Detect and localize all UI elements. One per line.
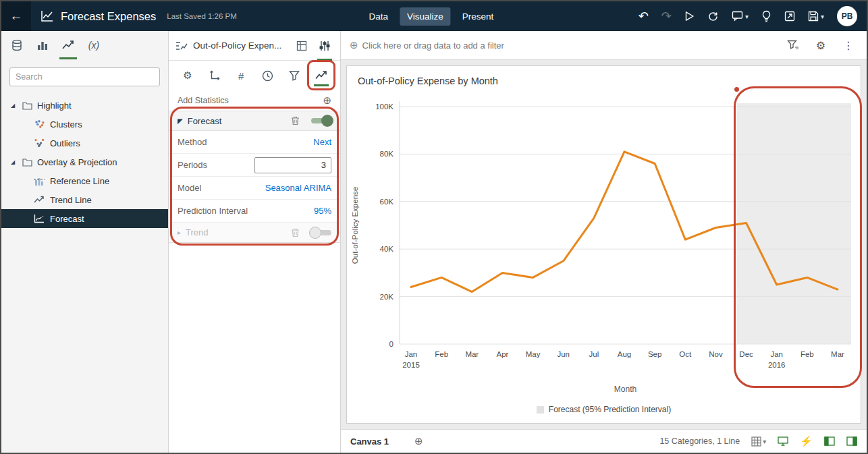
expand-icon[interactable]: ◢ [11, 159, 18, 165]
svg-text:Mar: Mar [465, 350, 479, 358]
tree-item-outliers[interactable]: Outliers [1, 134, 168, 152]
svg-text:20K: 20K [380, 293, 394, 301]
insights-icon[interactable] [761, 10, 771, 22]
toggle-knob [309, 227, 321, 239]
panel-left-toggle-icon[interactable] [824, 436, 835, 446]
filter-settings-icon[interactable] [787, 40, 798, 51]
svg-text:Jan: Jan [770, 350, 783, 358]
toggle-knob [321, 115, 333, 127]
preview-icon[interactable] [684, 11, 695, 22]
back-icon: ← [10, 9, 23, 24]
tab-data[interactable]: Data [361, 7, 396, 26]
auto-apply-icon[interactable]: ⚡ [800, 435, 813, 447]
add-canvas-button[interactable]: ⊕ [414, 435, 423, 447]
forecast-settings-block: ◤ Forecast Method Next Periods Model [169, 111, 340, 243]
svg-text:Apr: Apr [496, 350, 508, 358]
tab-visualize[interactable]: Visualize [400, 7, 451, 26]
tree-label: Overlay & Projection [37, 157, 117, 167]
svg-text:May: May [526, 350, 541, 358]
tree-label: Clusters [50, 119, 82, 130]
variables-tab[interactable]: (x) [81, 31, 107, 59]
collapse-icon[interactable]: ◤ [178, 117, 183, 125]
settings-panel-icon[interactable] [316, 31, 333, 61]
reference-line-icon [34, 176, 45, 186]
tree-label: Forecast [50, 214, 84, 224]
redo-icon[interactable]: ↷ [661, 10, 672, 22]
add-statistics-button[interactable]: ⊕ [323, 94, 331, 107]
axis-tab[interactable] [205, 63, 224, 88]
tree-item-reference-line[interactable]: Reference Line [1, 171, 168, 190]
periods-row: Periods [169, 154, 340, 177]
footer-actions: 15 Categories, 1 Line ▾ ⚡ [659, 435, 857, 447]
tree-item-clusters[interactable]: Clusters [1, 115, 168, 134]
legend-swatch [537, 406, 544, 414]
prediction-interval-value[interactable]: 95% [314, 206, 331, 216]
trend-stat-icon [315, 70, 328, 81]
general-settings-tab[interactable]: ⚙ [178, 63, 197, 88]
svg-text:Mar: Mar [831, 350, 844, 358]
model-row: Model Seasonal ARIMA [169, 177, 340, 200]
svg-text:80K: 80K [380, 150, 394, 158]
expand-icon[interactable]: ◢ [11, 103, 18, 109]
export-icon[interactable] [784, 11, 795, 22]
avatar[interactable]: PB [837, 6, 857, 26]
analytics-tree: ◢ Highlight Clusters Outliers [1, 96, 168, 228]
trend-toggle[interactable] [311, 230, 331, 235]
delete-trend-icon[interactable] [291, 228, 300, 237]
tab-present[interactable]: Present [455, 7, 501, 26]
filter-menu-icon[interactable]: ⋮ [843, 39, 854, 52]
add-statistics-row: Add Statistics ⊕ [169, 90, 340, 111]
date-time-tab[interactable] [259, 63, 277, 88]
undo-icon[interactable]: ↶ [639, 10, 649, 22]
panel-right-toggle-icon[interactable] [846, 436, 857, 446]
analytics-statistics-tab[interactable] [312, 63, 331, 88]
values-tab[interactable]: # [232, 63, 250, 88]
analytics-tab[interactable] [55, 31, 81, 59]
funnel-icon [289, 70, 300, 81]
tree-item-forecast[interactable]: Forecast [1, 209, 168, 228]
touch-display-icon[interactable] [778, 436, 788, 446]
method-value[interactable]: Next [313, 137, 331, 147]
canvas-layout-control[interactable]: ▾ [751, 436, 766, 447]
refresh-data-icon[interactable] [707, 11, 719, 22]
search-container [1, 59, 168, 93]
pinned-filters-icon[interactable]: ⚙ [816, 39, 825, 52]
comment-control[interactable]: ▾ [732, 11, 749, 22]
periods-input[interactable] [254, 157, 331, 173]
delete-forecast-icon[interactable] [291, 116, 300, 125]
prediction-interval-label: Prediction Interval [178, 206, 248, 216]
last-saved-label: Last Saved 1:26 PM [167, 12, 237, 20]
back-button[interactable]: ← [1, 1, 31, 31]
svg-text:2016: 2016 [768, 361, 786, 369]
svg-text:2015: 2015 [402, 361, 420, 369]
data-elements-tab[interactable] [4, 31, 30, 59]
header: ← Forecast Expenses Last Saved 1:26 PM D… [1, 1, 867, 31]
collapse-icon[interactable]: ▸ [178, 229, 181, 236]
prediction-interval-row: Prediction Interval 95% [169, 200, 340, 223]
model-value[interactable]: Seasonal ARIMA [265, 183, 331, 193]
search-input[interactable] [9, 67, 160, 86]
model-label: Model [178, 183, 201, 193]
tree-item-trend-line[interactable]: Trend Line [1, 190, 168, 209]
layout-chevron-icon: ▾ [763, 438, 766, 445]
filters-tab[interactable] [285, 63, 304, 88]
tree-folder-highlight[interactable]: ◢ Highlight [1, 96, 168, 115]
line-chart: 020K40K60K80K100KJan2015FebMarAprMayJunJ… [347, 93, 861, 383]
grammar-panel-icon[interactable] [293, 31, 310, 61]
tree-label: Trend Line [50, 195, 92, 205]
save-control[interactable]: ▾ [808, 11, 824, 22]
workbook-icon [40, 10, 54, 22]
svg-text:Feb: Feb [435, 350, 448, 358]
add-filter-icon[interactable]: ⊕ [350, 39, 358, 51]
canvas-tab[interactable]: Canvas 1 [350, 436, 389, 447]
visualization-card[interactable]: Out-of-Policy Expense by Month 020K40K60… [346, 65, 861, 424]
filter-prompt[interactable]: Click here or drag data to add a filter [362, 40, 504, 51]
forecast-toggle[interactable] [311, 118, 331, 123]
canvas-area: Out-of-Policy Expense by Month 020K40K60… [341, 60, 867, 429]
viz-title: Out-of-Policy Expen... [193, 40, 288, 51]
svg-text:40K: 40K [380, 245, 394, 253]
visualizations-tab[interactable] [30, 31, 55, 59]
trend-section-header[interactable]: ▸ Trend [169, 223, 340, 243]
tree-folder-overlay-projection[interactable]: ◢ Overlay & Projection [1, 152, 168, 171]
forecast-section-header[interactable]: ◤ Forecast [169, 111, 340, 131]
